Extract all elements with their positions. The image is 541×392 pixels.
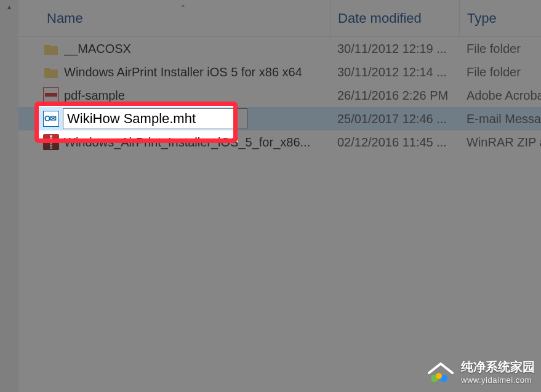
file-name-cell[interactable]: pdf-sample xyxy=(43,87,330,103)
watermark-text: 纯净系统家园 www.yidaimei.com xyxy=(461,359,535,385)
svg-rect-0 xyxy=(44,46,58,55)
file-date-cell: 25/01/2017 12:46 ... xyxy=(330,112,453,126)
file-date-cell: 26/11/2016 2:26 PM xyxy=(330,89,453,103)
watermark-url: www.yidaimei.com xyxy=(461,375,535,385)
file-name-cell[interactable]: __MACOSX xyxy=(43,41,330,57)
file-row[interactable]: __MACOSX30/11/2012 12:19 ...File folder xyxy=(18,37,541,60)
explorer-viewport: ▴ ˄ Name Date modified Type __MACOSX30/1… xyxy=(0,0,541,392)
file-type-cell: File folder xyxy=(459,42,541,56)
outlook-icon: O✉ xyxy=(43,111,59,127)
watermark-title: 纯净系统家园 xyxy=(461,360,535,374)
watermark-logo-icon xyxy=(427,358,455,386)
folder-icon xyxy=(43,41,59,57)
file-list-pane: ˄ Name Date modified Type __MACOSX30/11/… xyxy=(18,0,541,392)
file-name-label: Windows AirPrint Installer iOS 5 for x86… xyxy=(64,65,302,79)
file-type-cell: Adobe Acroba xyxy=(459,89,541,103)
column-header-type[interactable]: Type xyxy=(459,0,541,36)
column-header-date[interactable]: Date modified xyxy=(330,0,453,36)
watermark: 纯净系统家园 www.yidaimei.com xyxy=(427,358,535,386)
file-date-cell: 02/12/2016 11:45 ... xyxy=(330,135,453,150)
column-header-name[interactable]: Name xyxy=(47,0,330,36)
svg-point-4 xyxy=(436,373,442,379)
file-row[interactable]: O✉25/01/2017 12:46 ...E-mail Messa xyxy=(18,107,541,130)
vertical-scrollbar[interactable]: ▴ xyxy=(0,0,18,392)
column-header-row: ˄ Name Date modified Type xyxy=(18,0,541,37)
file-row[interactable]: Windows AirPrint Installer iOS 5 for x86… xyxy=(18,60,541,84)
file-rows-container: __MACOSX30/11/2012 12:19 ...File folderW… xyxy=(18,37,541,154)
file-type-cell: WinRAR ZIP a xyxy=(459,135,541,150)
pdf-icon xyxy=(43,87,59,103)
file-name-cell[interactable]: Windows_AirPrint_Installer_iOS_5_for_x86… xyxy=(43,134,330,150)
file-date-cell: 30/11/2012 12:14 ... xyxy=(330,65,453,79)
file-type-cell: File folder xyxy=(459,65,541,79)
folder-icon xyxy=(43,64,59,80)
file-row[interactable]: Windows_AirPrint_Installer_iOS_5_for_x86… xyxy=(18,130,541,154)
file-name-cell[interactable]: Windows AirPrint Installer iOS 5 for x86… xyxy=(43,64,330,80)
file-type-cell: E-mail Messa xyxy=(459,112,541,126)
file-date-cell: 30/11/2012 12:19 ... xyxy=(330,42,453,56)
file-name-label: __MACOSX xyxy=(64,42,131,56)
file-row[interactable]: pdf-sample26/11/2016 2:26 PMAdobe Acroba xyxy=(18,84,541,107)
zip-icon xyxy=(43,134,59,150)
svg-rect-1 xyxy=(44,70,58,78)
rename-input[interactable] xyxy=(63,108,247,129)
file-name-label: Windows_AirPrint_Installer_iOS_5_for_x86… xyxy=(64,135,310,150)
scroll-up-arrow-icon[interactable]: ▴ xyxy=(0,0,18,14)
file-name-label: pdf-sample xyxy=(64,89,125,103)
